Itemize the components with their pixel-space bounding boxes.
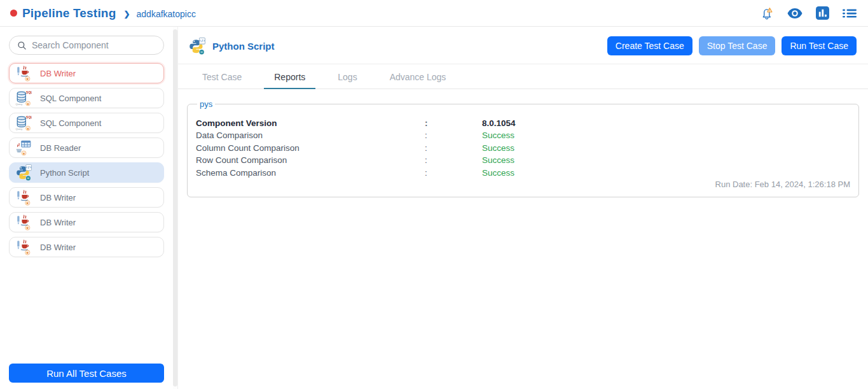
run-date-label: Run Date: Feb 14, 2024, 1:26:18 PM <box>196 180 850 189</box>
sidebar-item-label: DB Writer <box>40 218 76 227</box>
report-row-value: Success <box>482 154 850 166</box>
topbar-icons <box>759 6 857 20</box>
report-row-value: Success <box>482 167 850 179</box>
svg-text:SQL: SQL <box>26 90 32 94</box>
tab-test-case[interactable]: Test Case <box>192 64 252 89</box>
report-row-label: Row Count Comparison <box>196 154 425 166</box>
report-row-value: Success <box>482 129 850 141</box>
db-writer-icon: ★ <box>15 189 32 206</box>
sidebar-item-db-reader[interactable]: ★ DB Reader <box>9 138 164 158</box>
tab-logs[interactable]: Logs <box>327 64 367 89</box>
sidebar-item-label: SQL Component <box>40 94 101 103</box>
svg-text:Query: Query <box>16 103 23 106</box>
topbar: Pipeline Testing ❯ addkafkatopicc <box>0 0 868 27</box>
run-all-test-cases-button[interactable]: Run All Test Cases <box>9 364 164 383</box>
report-row-label: Column Count Comparison <box>196 142 425 154</box>
sql-component-icon: SQL Query ★ <box>15 115 32 131</box>
run-test-case-button[interactable]: Run Test Case <box>782 36 857 55</box>
breadcrumb-pipeline-name[interactable]: addkafkatopicc <box>137 9 196 19</box>
stop-test-case-button[interactable]: Stop Test Case <box>699 36 776 55</box>
svg-text:★: ★ <box>26 77 29 81</box>
svg-text:SQL: SQL <box>26 115 32 119</box>
sidebar-item-label: DB Writer <box>40 69 76 78</box>
sidebar-item-label: DB Writer <box>40 193 76 202</box>
db-writer-icon: ★ <box>15 214 32 230</box>
sql-component-icon: SQL Query ★ <box>15 90 32 106</box>
report-row-component-version: Component Version : 8.0.1054 <box>196 117 850 129</box>
sidebar-item-label: DB Writer <box>40 243 76 252</box>
sidebar-item-sql-component-1[interactable]: SQL Query ★ SQL Component <box>9 88 164 108</box>
content-area: ★ DB Writer SQL Query <box>0 27 868 389</box>
report-rows: Component Version : 8.0.1054 Data Compar… <box>196 117 850 179</box>
python-script-icon <box>15 164 32 181</box>
report-row-column-count-comparison: Column Count Comparison : Success <box>196 142 850 154</box>
report-row-separator: : <box>425 129 482 141</box>
sidebar-item-db-writer-2[interactable]: ★ DB Writer <box>9 187 164 208</box>
search-component-input[interactable] <box>32 40 156 50</box>
python-script-icon <box>188 38 205 55</box>
eye-icon[interactable] <box>787 8 803 18</box>
report-row-value: 8.0.1054 <box>482 117 850 129</box>
component-list: ★ DB Writer SQL Query <box>9 63 164 257</box>
sidebar-item-label: SQL Component <box>40 118 101 128</box>
component-sidebar: ★ DB Writer SQL Query <box>0 27 173 389</box>
svg-text:★: ★ <box>26 226 29 230</box>
main-header: Python Script Create Test Case Stop Test… <box>178 27 868 64</box>
tab-advance-logs[interactable]: Advance Logs <box>380 64 457 89</box>
sidebar-item-db-writer-1[interactable]: ★ DB Writer <box>9 63 164 83</box>
report-row-separator: : <box>425 167 482 179</box>
svg-text:★: ★ <box>27 102 30 106</box>
breadcrumb: Pipeline Testing ❯ addkafkatopicc <box>10 6 196 20</box>
report-row-row-count-comparison: Row Count Comparison : Success <box>196 154 850 166</box>
report-row-label: Data Comparison <box>196 129 425 141</box>
report-legend: pys <box>197 99 215 109</box>
search-component-box[interactable] <box>9 36 164 55</box>
page-title: Pipeline Testing <box>22 6 116 20</box>
report-row-separator: : <box>425 142 482 154</box>
report-row-label: Component Version <box>196 117 425 129</box>
create-test-case-button[interactable]: Create Test Case <box>607 36 692 55</box>
report-row-separator: : <box>425 154 482 166</box>
sidebar-item-label: DB Reader <box>40 143 81 153</box>
notifications-bell-icon[interactable] <box>759 6 774 20</box>
report-row-label: Schema Comparison <box>196 167 425 179</box>
svg-text:Query: Query <box>16 127 23 131</box>
app-root: Pipeline Testing ❯ addkafkatopicc <box>0 0 868 389</box>
sidebar-item-db-writer-3[interactable]: ★ DB Writer <box>9 212 164 232</box>
svg-text:★: ★ <box>22 152 25 155</box>
db-reader-icon: ★ <box>15 139 32 156</box>
report-row-separator: : <box>425 117 482 129</box>
sidebar-item-db-writer-4[interactable]: ★ DB Writer <box>9 237 164 257</box>
db-writer-icon: ★ <box>15 239 32 255</box>
menu-list-icon[interactable] <box>843 8 857 18</box>
search-icon <box>17 41 27 50</box>
sidebar-item-label: Python Script <box>40 168 89 178</box>
status-dot <box>10 10 17 17</box>
db-writer-icon: ★ <box>15 65 32 81</box>
report-row-value: Success <box>482 142 850 154</box>
main-panel: Python Script Create Test Case Stop Test… <box>177 27 868 389</box>
svg-text:★: ★ <box>26 251 29 255</box>
report-row-schema-comparison: Schema Comparison : Success <box>196 167 850 179</box>
report-row-data-comparison: Data Comparison : Success <box>196 129 850 141</box>
component-title-label: Python Script <box>212 41 275 52</box>
reports-tab-content: pys Component Version : 8.0.1054 Data Co… <box>178 89 868 208</box>
bar-chart-icon[interactable] <box>816 6 829 20</box>
svg-text:★: ★ <box>26 201 29 205</box>
report-card: pys Component Version : 8.0.1054 Data Co… <box>187 99 859 197</box>
tab-reports[interactable]: Reports <box>264 64 315 89</box>
sidebar-item-python-script[interactable]: Python Script <box>9 162 164 183</box>
panel-resize-divider[interactable] <box>173 29 177 386</box>
selected-component-title: Python Script <box>188 38 275 55</box>
sidebar-item-sql-component-2[interactable]: SQL Query ★ SQL Component <box>9 113 164 133</box>
test-case-actions: Create Test Case Stop Test Case Run Test… <box>607 36 857 55</box>
svg-text:★: ★ <box>27 127 30 131</box>
breadcrumb-chevron-icon: ❯ <box>123 10 130 18</box>
tab-bar: Test Case Reports Logs Advance Logs <box>178 64 868 89</box>
